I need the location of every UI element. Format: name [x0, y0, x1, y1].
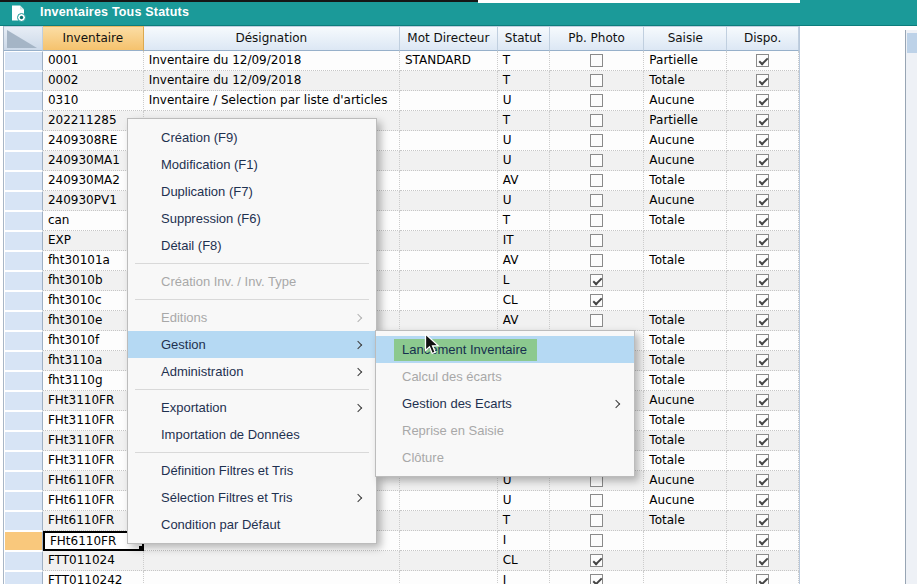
column-header-mot-directeur[interactable]: Mot Directeur	[400, 26, 498, 51]
cell-statut[interactable]: I	[498, 531, 550, 551]
cell-inventaire[interactable]: 0310	[43, 91, 144, 111]
row-selector[interactable]	[4, 151, 43, 171]
cell-mot-directeur[interactable]	[400, 151, 498, 171]
pb-photo-checkbox[interactable]	[590, 494, 603, 507]
cell-statut[interactable]: AV	[498, 311, 550, 331]
row-selector[interactable]	[4, 391, 43, 411]
table-row[interactable]: FHt6110FRTTotale	[4, 511, 799, 531]
row-selector[interactable]	[4, 451, 43, 471]
cell-saisie[interactable]	[644, 571, 727, 584]
table-row[interactable]: canTTotale	[4, 211, 799, 231]
column-header-pb-photo[interactable]: Pb. Photo	[550, 26, 645, 51]
dispo-checkbox[interactable]	[756, 414, 769, 427]
row-selector[interactable]	[4, 191, 43, 211]
context-menu-item[interactable]: Modification (F1)	[128, 151, 376, 178]
context-menu-item[interactable]: Suppression (F6)	[128, 205, 376, 232]
row-selector[interactable]	[4, 491, 43, 511]
context-menu-item[interactable]: Exportation	[128, 394, 376, 421]
submenu-item[interactable]: Gestion des Ecarts	[376, 390, 634, 417]
dispo-checkbox[interactable]	[756, 494, 769, 507]
cell-statut[interactable]: AV	[498, 171, 550, 191]
cell-saisie[interactable]: Aucune	[644, 131, 727, 151]
row-selector[interactable]	[4, 311, 43, 331]
pb-photo-checkbox[interactable]	[590, 214, 603, 227]
table-row[interactable]: 0001Inventaire du 12/09/2018STANDARDTPar…	[4, 51, 799, 71]
table-row[interactable]: fht3010eAVTotale	[4, 311, 799, 331]
cell-designation[interactable]: Inventaire du 12/09/2018	[144, 71, 400, 91]
cell-statut[interactable]: T	[498, 71, 550, 91]
dispo-checkbox[interactable]	[756, 434, 769, 447]
cell-saisie[interactable]: Totale	[644, 211, 727, 231]
dispo-checkbox[interactable]	[756, 574, 769, 584]
row-selector[interactable]	[4, 291, 43, 311]
context-menu-item[interactable]: Condition par Défaut	[128, 511, 376, 538]
table-row[interactable]: 2409308REUAucune	[4, 131, 799, 151]
row-selector[interactable]	[4, 91, 43, 111]
cell-statut[interactable]: U	[498, 131, 550, 151]
context-menu-item[interactable]: Sélection Filtres et Tris	[128, 484, 376, 511]
pb-photo-checkbox[interactable]	[590, 274, 603, 287]
cell-mot-directeur[interactable]	[400, 131, 498, 151]
table-row[interactable]: 240930PV1UAucune	[4, 191, 799, 211]
column-header-designation[interactable]: Désignation	[144, 26, 400, 51]
dispo-checkbox[interactable]	[756, 354, 769, 367]
pb-photo-checkbox[interactable]	[590, 574, 603, 584]
row-selector[interactable]	[4, 211, 43, 231]
cell-saisie[interactable]	[644, 271, 727, 291]
cell-saisie[interactable]: Aucune	[644, 391, 727, 411]
scrollbar-thumb[interactable]	[907, 33, 917, 53]
row-selector[interactable]	[4, 411, 43, 431]
row-selector[interactable]	[4, 471, 43, 491]
cell-statut[interactable]: U	[498, 191, 550, 211]
cell-saisie[interactable]: Totale	[644, 411, 727, 431]
cell-mot-directeur[interactable]	[400, 511, 498, 531]
cell-statut[interactable]: CL	[498, 551, 550, 571]
table-row[interactable]: 240930MA2AVTotale	[4, 171, 799, 191]
cell-statut[interactable]: U	[498, 491, 550, 511]
row-selector[interactable]	[4, 431, 43, 451]
submenu-item[interactable]: Clôture	[376, 444, 634, 471]
cell-saisie[interactable]: Totale	[644, 171, 727, 191]
dispo-checkbox[interactable]	[756, 174, 769, 187]
cell-inventaire[interactable]: 0002	[43, 71, 144, 91]
dispo-checkbox[interactable]	[756, 254, 769, 267]
cell-saisie[interactable]: Aucune	[644, 471, 727, 491]
cell-statut[interactable]: IT	[498, 231, 550, 251]
submenu-item[interactable]: Lancement Inventaire	[376, 336, 634, 363]
cell-saisie[interactable]: Partielle	[644, 111, 727, 131]
submenu-item[interactable]: Reprise en Saisie	[376, 417, 634, 444]
dispo-checkbox[interactable]	[756, 314, 769, 327]
dispo-checkbox[interactable]	[756, 134, 769, 147]
cell-inventaire[interactable]: FTT0110242	[43, 571, 144, 584]
row-selector[interactable]	[4, 351, 43, 371]
scrollbar-track[interactable]	[906, 30, 917, 584]
cell-mot-directeur[interactable]: STANDARD	[400, 51, 498, 71]
pb-photo-checkbox[interactable]	[590, 254, 603, 267]
table-row[interactable]: 202211285TPartielle	[4, 111, 799, 131]
column-header-saisie[interactable]: Saisie	[644, 26, 727, 51]
cell-mot-directeur[interactable]	[400, 91, 498, 111]
dispo-checkbox[interactable]	[756, 114, 769, 127]
cell-saisie[interactable]: Totale	[644, 511, 727, 531]
context-menu-item[interactable]: Création Inv. / Inv. Type	[128, 268, 376, 295]
dispo-checkbox[interactable]	[756, 454, 769, 467]
context-menu-item[interactable]: Définition Filtres et Tris	[128, 457, 376, 484]
cell-saisie[interactable]: Totale	[644, 311, 727, 331]
cell-mot-directeur[interactable]	[400, 171, 498, 191]
cell-statut[interactable]: T	[498, 511, 550, 531]
cell-inventaire[interactable]: 0001	[43, 51, 144, 71]
cell-mot-directeur[interactable]	[400, 191, 498, 211]
pb-photo-checkbox[interactable]	[590, 94, 603, 107]
cell-statut[interactable]: U	[498, 91, 550, 111]
row-selector[interactable]	[4, 571, 43, 584]
cell-statut[interactable]: T	[498, 51, 550, 71]
row-selector[interactable]	[4, 511, 43, 531]
context-menu-item[interactable]: Administration	[128, 358, 376, 385]
cell-designation[interactable]: Inventaire / Selection par liste d'artic…	[144, 91, 400, 111]
dispo-checkbox[interactable]	[756, 534, 769, 547]
cell-saisie[interactable]: Partielle	[644, 51, 727, 71]
dispo-checkbox[interactable]	[756, 94, 769, 107]
pb-photo-checkbox[interactable]	[590, 54, 603, 67]
pb-photo-checkbox[interactable]	[590, 174, 603, 187]
row-selector[interactable]	[4, 331, 43, 351]
